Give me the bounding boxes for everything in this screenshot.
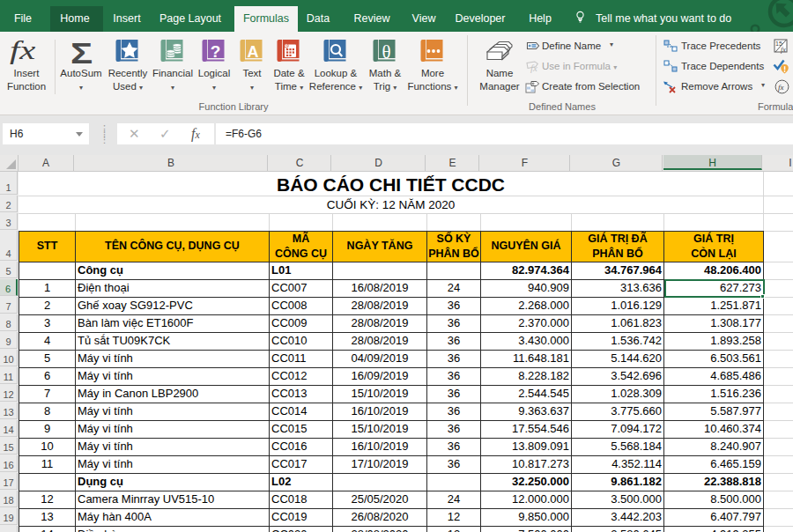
svg-text:fx: fx — [781, 46, 786, 54]
svg-text:fx: fx — [530, 63, 537, 73]
svg-text:fx: fx — [778, 83, 784, 92]
svg-text:?: ? — [211, 42, 221, 61]
svg-text:A: A — [248, 43, 259, 61]
svg-text:θ: θ — [382, 41, 390, 63]
